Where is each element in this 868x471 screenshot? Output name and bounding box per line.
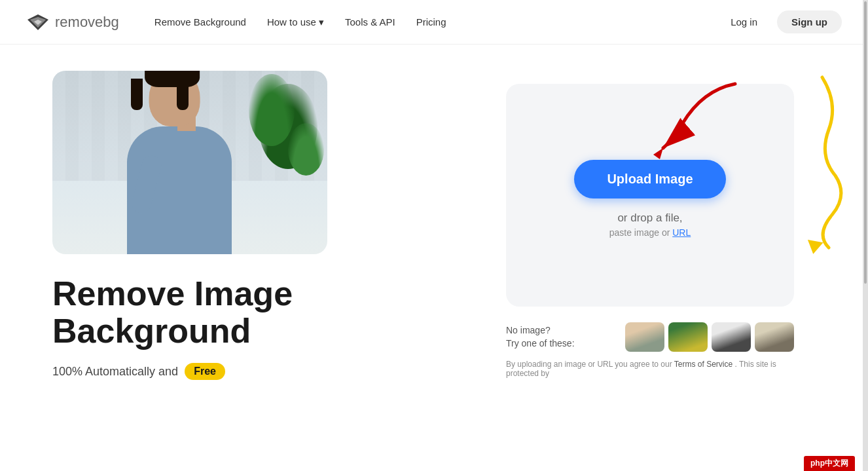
arrow-decoration bbox=[624, 77, 742, 162]
hero-heading: Remove Image Background bbox=[52, 275, 432, 350]
paste-text: paste image or URL bbox=[609, 227, 691, 238]
person-hair-right bbox=[177, 81, 189, 110]
person-hair-left bbox=[131, 79, 143, 110]
left-column: Remove Image Background 100% Automatical… bbox=[52, 71, 458, 471]
signup-button[interactable]: Sign up bbox=[777, 10, 842, 33]
sample-thumb-3[interactable] bbox=[712, 322, 751, 352]
nav-pricing[interactable]: Pricing bbox=[407, 11, 456, 33]
logo[interactable]: removebg bbox=[26, 13, 119, 31]
sample-thumb-1[interactable] bbox=[625, 322, 664, 352]
free-badge: Free bbox=[185, 363, 225, 380]
navbar: removebg Remove Background How to use ▾ … bbox=[0, 0, 868, 45]
sample-thumb-4[interactable] bbox=[755, 322, 794, 352]
hero-image bbox=[52, 71, 327, 254]
plant-right2 bbox=[249, 74, 295, 146]
nav-how-to-use[interactable]: How to use ▾ bbox=[258, 11, 333, 33]
svg-marker-4 bbox=[653, 148, 663, 159]
bottom-note: By uploading an image or URL you agree t… bbox=[506, 360, 794, 378]
main-content: Remove Image Background 100% Automatical… bbox=[0, 45, 868, 471]
scrollbar[interactable] bbox=[863, 0, 868, 471]
samples-row: No image? Try one of these: bbox=[506, 322, 794, 352]
right-column: Upload Image or drop a file, paste image… bbox=[458, 71, 842, 471]
login-button[interactable]: Log in bbox=[719, 11, 769, 33]
triangle-decoration bbox=[805, 240, 823, 255]
upload-box: Upload Image or drop a file, paste image… bbox=[506, 84, 794, 307]
person-hair-top bbox=[145, 71, 200, 87]
url-link[interactable]: URL bbox=[672, 227, 691, 238]
sample-thumb-2[interactable] bbox=[668, 322, 708, 352]
logo-icon bbox=[26, 13, 50, 31]
nav-remove-bg[interactable]: Remove Background bbox=[145, 11, 255, 33]
tos-link[interactable]: Terms of Service bbox=[674, 360, 732, 369]
no-image-text: No image? Try one of these: bbox=[506, 324, 575, 350]
php-badge: php中文网 bbox=[804, 456, 855, 471]
chevron-down-icon: ▾ bbox=[319, 16, 324, 28]
nav-tools-api[interactable]: Tools & API bbox=[336, 11, 405, 33]
nav-links: Remove Background How to use ▾ Tools & A… bbox=[145, 11, 719, 33]
sample-thumbs bbox=[625, 322, 794, 352]
logo-text: removebg bbox=[55, 14, 119, 31]
upload-image-button[interactable]: Upload Image bbox=[574, 160, 725, 198]
hero-subtext: 100% Automatically and Free bbox=[52, 363, 432, 380]
plant-right3 bbox=[288, 123, 324, 176]
drop-text: or drop a file, bbox=[617, 212, 682, 225]
nav-right: Log in Sign up bbox=[719, 10, 842, 33]
